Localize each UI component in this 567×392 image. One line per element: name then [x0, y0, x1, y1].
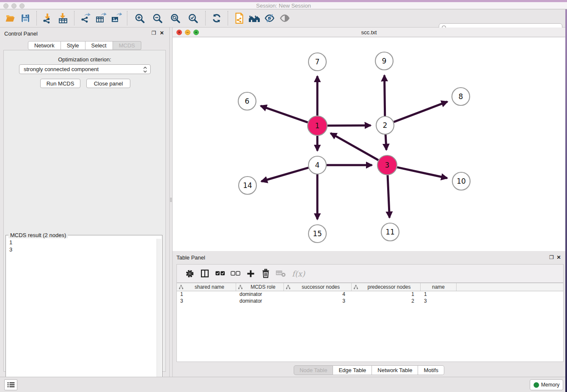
node-8[interactable]: 8	[452, 88, 470, 105]
delete-table-button[interactable]	[275, 267, 286, 280]
memory-status-icon	[534, 382, 539, 388]
cell-name[interactable]: 3	[421, 298, 457, 305]
delete-row-button[interactable]	[260, 267, 271, 280]
node-4[interactable]: 4	[308, 156, 326, 174]
first-neighbors-button[interactable]	[248, 11, 261, 26]
node-9[interactable]: 9	[375, 52, 393, 70]
cell-successor-nodes[interactable]: 4	[284, 291, 352, 298]
tab-edge-table[interactable]: Edge Table	[333, 365, 372, 375]
delete-table-icon	[276, 269, 286, 278]
edge-2-3[interactable]	[385, 135, 386, 150]
node-15[interactable]: 15	[308, 225, 326, 243]
node-3[interactable]: 3	[377, 155, 397, 175]
tab-node-table[interactable]: Node Table	[294, 365, 333, 375]
edge-2-8[interactable]	[394, 102, 448, 122]
node-1[interactable]: 1	[308, 116, 327, 135]
import-network-button[interactable]	[41, 11, 54, 26]
gear-button[interactable]	[184, 267, 195, 280]
node-label: 1	[315, 121, 320, 130]
cell-successor-nodes[interactable]: 3	[284, 298, 352, 305]
tab-network-table[interactable]: Network Table	[372, 365, 418, 375]
column-header-name[interactable]: name	[421, 283, 457, 291]
node-6[interactable]: 6	[238, 92, 256, 110]
network-graph[interactable]: 1234678910111415	[173, 37, 565, 251]
toolbar-separator	[228, 11, 228, 25]
zoom-in-button[interactable]	[133, 11, 146, 26]
show-button[interactable]	[278, 11, 291, 26]
export-network-icon	[80, 13, 91, 24]
close-panel-icon[interactable]: ✕	[159, 30, 165, 36]
export-image-button[interactable]	[110, 11, 122, 26]
cell-predecessor-nodes[interactable]: 2	[352, 298, 421, 305]
close-table-panel-icon[interactable]: ✕	[556, 255, 561, 260]
node-2[interactable]: 2	[376, 116, 394, 134]
edge-2-9[interactable]	[384, 75, 385, 116]
cell-name[interactable]: 1	[421, 291, 457, 298]
hide-button[interactable]	[263, 11, 276, 26]
node-14[interactable]: 14	[239, 177, 256, 194]
edge-3-1[interactable]	[330, 133, 378, 160]
edge-1-6[interactable]	[261, 106, 308, 122]
mcds-result-scrollbar[interactable]	[157, 239, 161, 392]
cell-shared-name[interactable]: 3	[177, 298, 236, 305]
edge-1-2[interactable]	[328, 125, 371, 126]
hierarchy-icon	[179, 285, 183, 289]
close-panel-button[interactable]: Close panel	[86, 79, 130, 88]
network-file-button[interactable]	[233, 11, 245, 26]
add-row-button[interactable]	[245, 267, 256, 280]
node-11[interactable]: 11	[381, 223, 399, 241]
memory-label: Memory	[541, 382, 559, 388]
node-7[interactable]: 7	[308, 53, 326, 71]
column-header-predecessor-nodes[interactable]: predecessor nodes	[352, 283, 421, 291]
table-panel: Table Panel ❐ ✕	[173, 252, 565, 377]
zoom-out-button[interactable]	[151, 11, 164, 26]
zoom-fit-button[interactable]	[169, 11, 182, 26]
save-session-button[interactable]	[19, 11, 32, 26]
cell-MCDS-role[interactable]: dominator	[236, 291, 284, 298]
mcds-result-text[interactable]: 1 3	[7, 239, 156, 392]
tab-style[interactable]: Style	[61, 41, 85, 50]
table-row[interactable]: 3dominator323	[177, 298, 563, 305]
edge-3-11[interactable]	[388, 175, 389, 218]
node-table[interactable]: shared nameMCDS rolesuccessor nodesprede…	[176, 283, 564, 362]
desktop-edge	[565, 9, 567, 392]
refresh-button[interactable]	[210, 11, 223, 26]
select-stepper-icon	[143, 66, 148, 76]
tab-mcds[interactable]: MCDS	[113, 41, 141, 50]
table-panel-title: Table Panel	[176, 254, 205, 261]
cell-predecessor-nodes[interactable]: 1	[352, 291, 421, 298]
export-network-button[interactable]	[79, 11, 92, 26]
criterion-select[interactable]: strongly connected component	[19, 64, 151, 74]
export-table-button[interactable]	[94, 11, 107, 26]
tab-network[interactable]: Network	[28, 41, 61, 50]
node-10[interactable]: 10	[452, 172, 470, 190]
control-panel-header: Control Panel ❐ ✕	[0, 28, 169, 39]
column-header-successor-nodes[interactable]: successor nodes	[284, 283, 352, 291]
splitter-grip[interactable]	[170, 198, 172, 202]
vertical-splitter[interactable]	[169, 28, 173, 377]
cell-MCDS-role[interactable]: dominator	[236, 298, 284, 305]
zoom-selected-button[interactable]	[187, 11, 199, 26]
import-table-button[interactable]	[57, 11, 69, 26]
float-panel-icon[interactable]: ❐	[151, 30, 157, 36]
open-session-button[interactable]	[4, 11, 17, 26]
deselect-all-button[interactable]	[230, 267, 241, 280]
cell-shared-name[interactable]: 1	[177, 291, 236, 298]
tab-select[interactable]: Select	[85, 41, 113, 50]
select-all-button[interactable]	[215, 267, 226, 280]
edge-3-10[interactable]	[397, 167, 447, 178]
memory-button[interactable]: Memory	[530, 379, 563, 390]
run-mcds-button[interactable]: Run MCDS	[40, 79, 80, 88]
task-history-button[interactable]	[4, 379, 17, 390]
float-table-panel-icon[interactable]: ❐	[549, 255, 554, 260]
edge-4-14[interactable]	[261, 168, 308, 181]
tab-motifs[interactable]: Motifs	[418, 365, 444, 375]
node-label: 14	[243, 181, 252, 190]
function-builder-icon[interactable]: f(x)	[292, 269, 305, 278]
column-header-filler	[457, 283, 563, 291]
network-canvas[interactable]: 1234678910111415	[173, 37, 565, 251]
columns-button[interactable]	[199, 267, 210, 280]
column-header-MCDS-role[interactable]: MCDS role	[236, 283, 284, 291]
column-header-shared-name[interactable]: shared name	[177, 283, 236, 291]
table-row[interactable]: 1dominator411	[177, 291, 563, 298]
